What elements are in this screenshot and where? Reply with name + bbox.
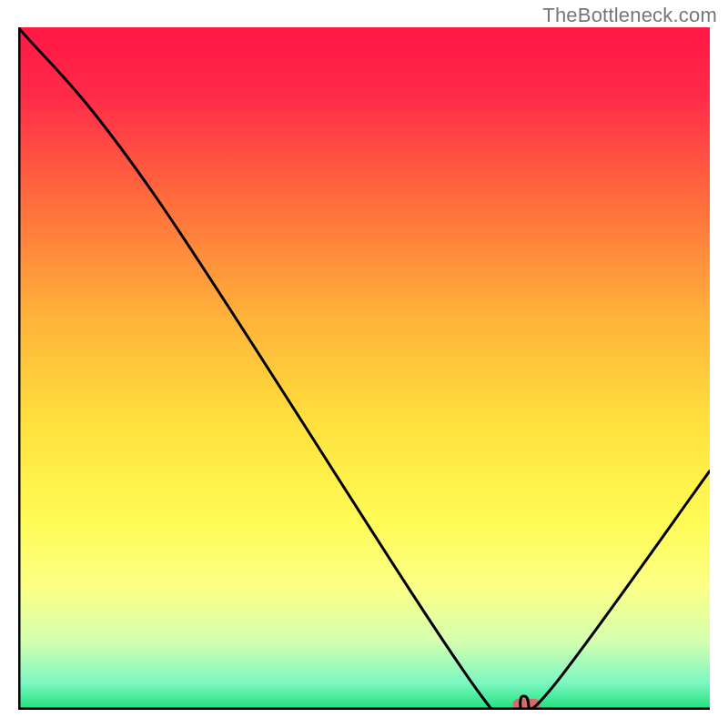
watermark-text: TheBottleneck.com [542, 4, 717, 27]
chart-container [18, 27, 710, 710]
chart-svg [18, 27, 710, 710]
chart-background [18, 27, 710, 710]
